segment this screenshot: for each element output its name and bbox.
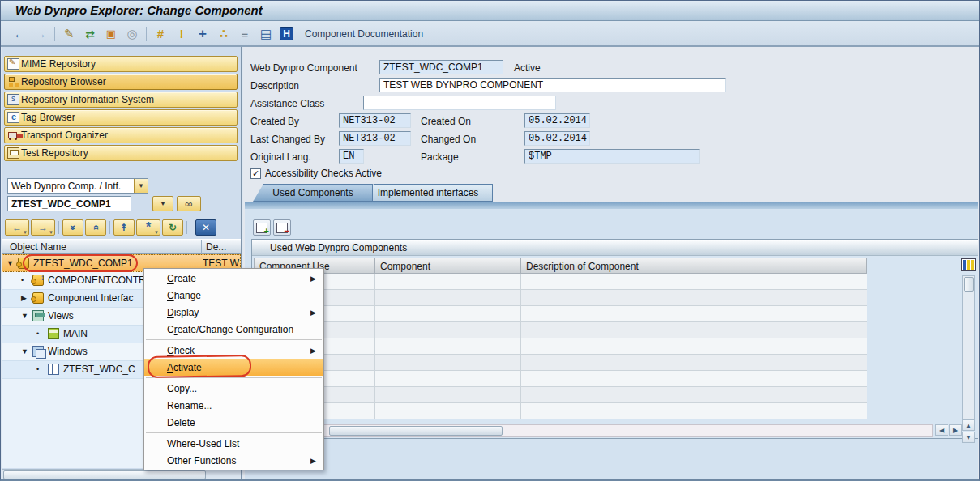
tree-node-label: ZTEST_WDC_COMP1 [33, 258, 133, 269]
delete-row-button[interactable]: − [273, 219, 291, 236]
tree-horizontal-scrollbar[interactable] [2, 469, 241, 480]
column-header-description-of-component[interactable]: Description of Component [521, 258, 867, 274]
expander-down-icon[interactable]: ▼ [21, 347, 28, 355]
scrollbar-thumb[interactable] [3, 470, 206, 479]
accessibility-checkbox[interactable]: ✓ [250, 168, 261, 179]
sidebar-item-test-repository[interactable]: Test Repository [4, 145, 238, 161]
tree-node-label: Component Interfac [48, 292, 133, 304]
tree-toolbar: ←▼→▼»»↟*▼↻✕ [5, 219, 218, 236]
test-icon[interactable]: ! [171, 25, 192, 43]
menu-item-activate[interactable]: Activate [144, 359, 323, 376]
scroll-up-button[interactable]: ▲ [962, 419, 975, 431]
expand-subtree-button[interactable]: » [62, 219, 83, 236]
description-field[interactable]: TEST WEB DYNPRO COMPONENT [379, 78, 726, 92]
object-category-select[interactable]: Web Dynpro Comp. / Intf. ▼ [7, 178, 148, 194]
display-object-button[interactable]: ∞ [177, 196, 201, 211]
sidebar-item-transport-organizer[interactable]: Transport Organizer [4, 127, 238, 143]
sidebar-item-repository-browser[interactable]: Repository Browser [4, 74, 238, 90]
sidebar-item-mime-repository[interactable]: MIME Repository [4, 56, 238, 72]
package-field-label: Package [421, 151, 459, 163]
component-documentation-link[interactable]: Component Documentation [305, 28, 423, 40]
table-settings-icon[interactable] [961, 258, 976, 271]
expander-down-icon[interactable]: ▼ [21, 312, 28, 320]
toolbar-separator [54, 27, 55, 41]
menu-item-create[interactable]: Create▶ [144, 270, 323, 287]
table-cell [375, 371, 521, 386]
table-cell [375, 338, 521, 354]
menu-item-delete[interactable]: Delete [144, 414, 323, 431]
assistance-class-field[interactable] [363, 96, 556, 110]
edit-icon[interactable]: ✎ [58, 25, 79, 43]
insert-row-button[interactable]: + [253, 219, 271, 236]
refresh-button[interactable]: ↻ [162, 219, 183, 236]
display-object-list-icon: ↟ [120, 222, 128, 233]
window-icon [48, 364, 59, 375]
table-cell [375, 403, 521, 419]
scroll-left-button[interactable]: ◀ [935, 424, 948, 436]
full-view-button[interactable]: *▼ [136, 219, 160, 236]
table-vertical-scrollbar[interactable] [962, 275, 975, 419]
accessibility-checkbox-row: ✓ Accessibility Checks Active [250, 168, 382, 179]
menu-item-create-change-configuration[interactable]: Create/Change Configuration [144, 321, 323, 338]
glasses-icon: ∞ [185, 198, 192, 210]
menu-item-label: Activate [167, 362, 202, 373]
created-on-field-label: Created On [421, 116, 471, 127]
changed-on-field: 05.02.2014 [524, 131, 590, 146]
bullet-icon: • [36, 330, 39, 338]
object-name-input[interactable]: ZTEST_WDC_COMP1 [7, 196, 131, 211]
table-cell [375, 322, 521, 338]
menu-item-rename[interactable]: Rename... [144, 397, 323, 414]
table-cell [521, 306, 867, 321]
menu-item-where-used-list[interactable]: Where-Used List [144, 435, 323, 452]
table-cell [375, 387, 521, 402]
sidebar-item-repository-information-system[interactable]: Repository Information System [4, 92, 238, 108]
menu-item-copy[interactable]: Copy... [144, 380, 323, 397]
original-lang-field-label: Original Lang. [250, 151, 311, 163]
table-row [254, 290, 867, 306]
scroll-down-button[interactable]: ▼ [962, 432, 975, 443]
description-column-header[interactable]: De... [206, 241, 226, 253]
menu-item-change[interactable]: Change [144, 287, 323, 304]
object-name-column-header[interactable]: Object Name [10, 241, 66, 253]
tab-used-components[interactable]: Used Components [253, 184, 373, 202]
object-tree-icon[interactable]: ∴ [213, 25, 234, 43]
help-icon[interactable]: H [280, 27, 293, 40]
inactive-version-icon[interactable]: ◎ [122, 25, 143, 43]
changed-by-field-label: Last Changed By [250, 134, 325, 145]
forward-icon[interactable]: → [30, 25, 51, 43]
display-change-icon[interactable]: ⇄ [79, 25, 101, 43]
collapse-subtree-button[interactable]: » [85, 219, 106, 236]
other-object-icon[interactable]: ▣ [101, 25, 122, 43]
menu-item-display[interactable]: Display▶ [144, 304, 323, 321]
display-object-list-button[interactable]: ↟ [113, 219, 135, 236]
component-field[interactable]: ZTEST_WDC_COMP1 [379, 60, 503, 74]
expander-down-icon[interactable]: ▼ [6, 259, 14, 267]
refresh-icon: ↻ [169, 222, 177, 233]
nav-back-button[interactable]: ←▼ [5, 219, 29, 236]
column-divider [201, 240, 202, 254]
table-horizontal-scrollbar[interactable]: ∙∙∙ [254, 424, 933, 437]
object-category-value: Web Dynpro Comp. / Intf. [11, 181, 121, 192]
context-menu: Create▶ChangeDisplay▶Create/Change Confi… [143, 268, 324, 470]
tab-implemented-interfaces[interactable]: Implemented interfaces [363, 184, 493, 202]
created-on-field: 05.02.2014 [524, 113, 590, 128]
submenu-arrow-icon: ▶ [310, 309, 316, 317]
expander-right-icon[interactable]: ▶ [21, 294, 27, 302]
column-header-component[interactable]: Component [375, 258, 521, 274]
nav-forward-button[interactable]: →▼ [31, 219, 55, 236]
navigation-icon[interactable]: + [192, 25, 213, 43]
where-used-icon[interactable]: # [150, 25, 171, 43]
back-icon[interactable]: ← [9, 25, 30, 43]
scrollbar-thumb[interactable]: ∙∙∙ [329, 426, 503, 436]
sidebar-item-tag-browser[interactable]: Tag Browser [4, 109, 238, 126]
close-browser-button[interactable]: ✕ [195, 219, 216, 236]
scroll-right-button[interactable]: ▶ [949, 424, 962, 436]
scrollbar-thumb[interactable] [964, 277, 974, 292]
menu-item-check[interactable]: Check▶ [144, 342, 323, 359]
menu-item-other-functions[interactable]: Other Functions▶ [144, 452, 323, 469]
table-cell [521, 290, 867, 305]
chevron-down-icon[interactable]: ▼ [134, 179, 148, 193]
pretty-printer-icon[interactable]: ≡ [234, 25, 255, 43]
object-history-dropdown-button[interactable]: ▼ [152, 196, 173, 211]
table-view-icon[interactable]: ▤ [255, 25, 276, 43]
